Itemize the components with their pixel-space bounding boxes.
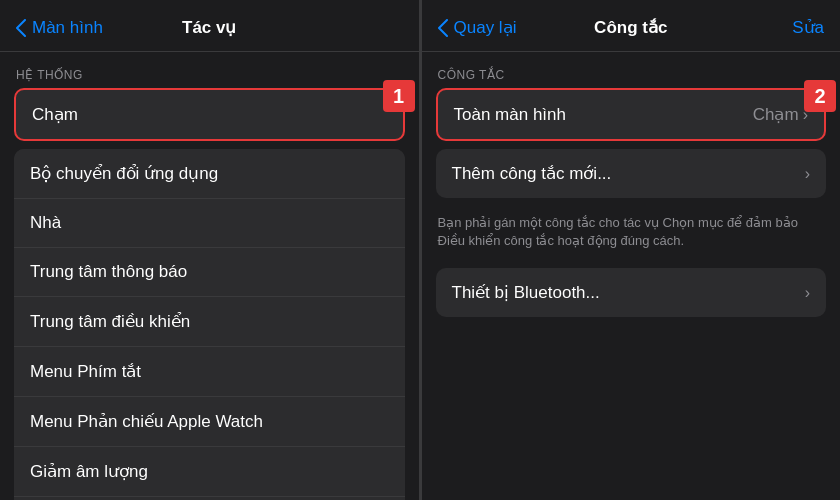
right-back-label: Quay lại	[454, 17, 517, 38]
list-item-bo-chuyen[interactable]: Bộ chuyển đổi ứng dụng	[14, 149, 405, 199]
list-item-thong-bao-label: Trung tâm thông báo	[30, 262, 187, 282]
right-back-button[interactable]: Quay lại	[438, 17, 517, 38]
right-highlighted-label: Toàn màn hình	[454, 105, 566, 125]
list-item-menu-phim-label: Menu Phím tắt	[30, 361, 141, 382]
right-list-item-them[interactable]: Thêm công tắc mới... ›	[436, 149, 827, 198]
list-item-phan-chieu[interactable]: Menu Phản chiếu Apple Watch	[14, 397, 405, 447]
list-item-cham-label: Chạm	[32, 104, 78, 125]
right-list-item-bluetooth-label: Thiết bị Bluetooth...	[452, 282, 600, 303]
left-panel: Màn hình Tác vụ HỆ THỐNG Chạm 1 Bộ chuyể…	[0, 0, 419, 500]
list-item-nha-label: Nhà	[30, 213, 61, 233]
left-header: Màn hình Tác vụ	[0, 0, 419, 52]
right-list-group-1: Thêm công tắc mới... ›	[436, 149, 827, 198]
left-back-label: Màn hình	[32, 18, 103, 38]
list-item-thong-bao[interactable]: Trung tâm thông báo	[14, 248, 405, 297]
right-section-label: CÔNG TẮC	[422, 52, 841, 88]
right-info-text: Bạn phải gán một công tắc cho tác vụ Chọ…	[422, 206, 841, 266]
right-action-button[interactable]: Sửa	[792, 17, 824, 38]
right-panel: Quay lại Công tắc Sửa CÔNG TẮC Toàn màn …	[422, 0, 841, 500]
right-highlighted-right: Chạm ›	[753, 104, 808, 125]
left-list-group: Bộ chuyển đổi ứng dụng Nhà Trung tâm thô…	[14, 149, 405, 500]
them-chevron: ›	[805, 165, 810, 183]
badge-1: 1	[383, 80, 415, 112]
right-list-group-2: Thiết bị Bluetooth... ›	[436, 268, 827, 317]
list-item-cham[interactable]: Chạm	[14, 88, 405, 141]
list-item-nha[interactable]: Nhà	[14, 199, 405, 248]
list-item-dieu-khien-label: Trung tâm điều khiển	[30, 311, 190, 332]
right-list-item-bluetooth[interactable]: Thiết bị Bluetooth... ›	[436, 268, 827, 317]
list-item-giam-am[interactable]: Giảm âm lượng	[14, 447, 405, 497]
list-item-menu-phim[interactable]: Menu Phím tắt	[14, 347, 405, 397]
right-highlighted-value: Chạm	[753, 104, 799, 125]
left-section-label: HỆ THỐNG	[0, 52, 419, 88]
right-panel-title: Công tắc	[594, 17, 667, 38]
list-item-dieu-khien[interactable]: Trung tâm điều khiển	[14, 297, 405, 347]
badge-2: 2	[804, 80, 836, 112]
list-item-phan-chieu-label: Menu Phản chiếu Apple Watch	[30, 411, 263, 432]
right-list-item-them-label: Thêm công tắc mới...	[452, 163, 612, 184]
right-header: Quay lại Công tắc Sửa	[422, 0, 841, 52]
right-highlighted-item[interactable]: Toàn màn hình Chạm ›	[436, 88, 827, 141]
left-back-button[interactable]: Màn hình	[16, 18, 103, 38]
list-item-giam-am-label: Giảm âm lượng	[30, 461, 148, 482]
left-panel-title: Tác vụ	[182, 17, 236, 38]
bluetooth-chevron: ›	[805, 284, 810, 302]
list-item-bo-chuyen-label: Bộ chuyển đổi ứng dụng	[30, 163, 218, 184]
